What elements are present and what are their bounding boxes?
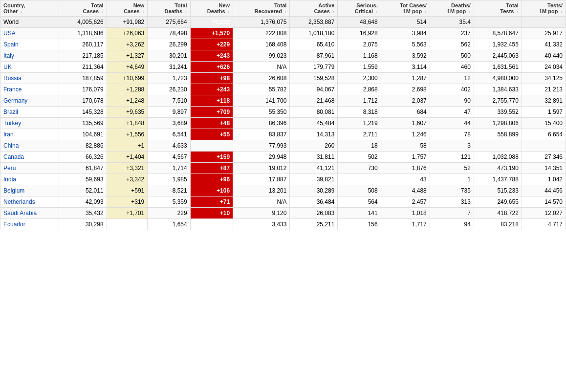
cell-activeCases: 179,779 xyxy=(290,62,338,73)
cell-activeCases: 39,821 xyxy=(290,174,338,185)
cell-country[interactable]: Belgium xyxy=(0,185,59,196)
sort-icon: ↕ xyxy=(284,9,287,14)
table-row: Turkey135,569+1,8483,689+4886,39645,4841… xyxy=(0,118,566,129)
cell-totCasesPer1M: 4,488 xyxy=(381,185,430,196)
cell-totalDeaths: 1,723 xyxy=(148,73,190,84)
country-link[interactable]: Peru xyxy=(3,165,16,172)
column-header-serious[interactable]: Serious,Critical ↕ xyxy=(338,0,381,17)
cell-newDeaths: +243 xyxy=(190,84,233,95)
column-header-totalCases[interactable]: TotalCases ↓ xyxy=(59,0,107,17)
cell-country[interactable]: Netherlands xyxy=(0,196,59,208)
cell-totalDeaths: 31,241 xyxy=(148,62,190,73)
cell-totalCases: 135,569 xyxy=(59,118,107,129)
country-link[interactable]: Saudi Arabia xyxy=(3,210,37,217)
cell-totalTests: 2,445,063 xyxy=(474,50,522,62)
world-newCases: +91,982 xyxy=(107,17,148,28)
cell-testsPer1M: 25,917 xyxy=(522,28,566,39)
table-body: World4,005,626+91,982275,664+5,2381,376,… xyxy=(0,17,566,230)
world-deathsPer1M: 35.4 xyxy=(430,17,474,28)
cell-newDeaths xyxy=(190,140,233,152)
column-header-newCases[interactable]: NewCases ↕ xyxy=(107,0,148,17)
country-link[interactable]: Germany xyxy=(3,97,27,104)
country-link[interactable]: Brazil xyxy=(3,109,18,115)
column-header-activeCases[interactable]: ActiveCases ↕ xyxy=(290,0,338,17)
cell-country[interactable]: Spain xyxy=(0,39,59,50)
cell-country[interactable]: China xyxy=(0,140,59,152)
column-header-totCasesPer1M[interactable]: Tot Cases/1M pop ↕ xyxy=(381,0,430,17)
cell-serious: 8,318 xyxy=(338,107,381,118)
column-header-newDeaths[interactable]: NewDeaths ↕ xyxy=(190,0,233,17)
cell-country[interactable]: Brazil xyxy=(0,107,59,118)
country-link[interactable]: India xyxy=(3,176,16,183)
cell-country[interactable]: Turkey xyxy=(0,118,59,129)
country-link[interactable]: Spain xyxy=(3,41,19,48)
cell-newCases xyxy=(107,219,148,230)
cell-serious: 730 xyxy=(338,163,381,174)
cell-testsPer1M: 32,891 xyxy=(522,95,566,107)
cell-totalRecovered: 141,700 xyxy=(233,95,290,107)
cell-testsPer1M: 6,654 xyxy=(522,129,566,140)
cell-totalDeaths: 3,689 xyxy=(148,118,190,129)
cell-serious: 2,711 xyxy=(338,129,381,140)
country-link[interactable]: USA xyxy=(3,30,16,37)
country-link[interactable]: Iran xyxy=(3,131,14,138)
cell-activeCases: 65,410 xyxy=(290,39,338,50)
sort-icon: ↕ xyxy=(20,9,22,14)
cell-newDeaths: +48 xyxy=(190,118,233,129)
column-header-totalTests[interactable]: TotalTests ↕ xyxy=(474,0,522,17)
cell-deathsPer1M: 402 xyxy=(430,84,474,95)
cell-totalTests: 1,437,788 xyxy=(474,174,522,185)
cell-country[interactable]: Saudi Arabia xyxy=(0,208,59,219)
country-link[interactable]: France xyxy=(3,86,22,93)
cell-totCasesPer1M: 1,287 xyxy=(381,73,430,84)
cell-totalTests: 558,899 xyxy=(474,129,522,140)
country-link[interactable]: UK xyxy=(3,64,12,70)
cell-country[interactable]: India xyxy=(0,174,59,185)
cell-country[interactable]: Italy xyxy=(0,50,59,62)
cell-country[interactable]: UK xyxy=(0,62,59,73)
cell-serious: 1,559 xyxy=(338,62,381,73)
cell-totalRecovered: 168,408 xyxy=(233,39,290,50)
cell-newCases: +319 xyxy=(107,196,148,208)
cell-newDeaths: +87 xyxy=(190,163,233,174)
table-row: Peru61,847+3,3211,714+8719,01241,1217301… xyxy=(0,163,566,174)
cell-totalDeaths: 1,714 xyxy=(148,163,190,174)
column-header-deathsPer1M[interactable]: Deaths/1M pop ↕ xyxy=(430,0,474,17)
cell-country[interactable]: Canada xyxy=(0,152,59,163)
cell-country[interactable]: Iran xyxy=(0,129,59,140)
cell-totalCases: 61,847 xyxy=(59,163,107,174)
cell-country[interactable]: Peru xyxy=(0,163,59,174)
cell-newDeaths: +1,570 xyxy=(190,28,233,39)
cell-newCases: +3,262 xyxy=(107,39,148,50)
country-link[interactable]: Netherlands xyxy=(3,198,35,205)
cell-newCases: +1,701 xyxy=(107,208,148,219)
country-link[interactable]: Ecuador xyxy=(3,221,25,228)
cell-totalTests xyxy=(474,140,522,152)
cell-newDeaths: +106 xyxy=(190,185,233,196)
country-link[interactable]: Belgium xyxy=(3,187,24,194)
country-link[interactable]: Italy xyxy=(3,52,14,59)
column-header-country[interactable]: Country,Other ↕ xyxy=(0,0,59,17)
cell-country[interactable]: Ecuador xyxy=(0,219,59,230)
cell-serious: 508 xyxy=(338,185,381,196)
cell-country[interactable]: USA xyxy=(0,28,59,39)
cell-country[interactable]: Germany xyxy=(0,95,59,107)
cell-totalDeaths: 30,201 xyxy=(148,50,190,62)
cell-deathsPer1M: 121 xyxy=(430,152,474,163)
country-link[interactable]: Turkey xyxy=(3,120,21,127)
cell-country[interactable]: France xyxy=(0,84,59,95)
cell-testsPer1M: 1,042 xyxy=(522,174,566,185)
country-link[interactable]: China xyxy=(3,142,19,149)
cell-newDeaths: +159 xyxy=(190,152,233,163)
cell-country[interactable]: Russia xyxy=(0,73,59,84)
cell-totalRecovered: 99,023 xyxy=(233,50,290,62)
column-header-totalRecovered[interactable]: TotalRecovered ↕ xyxy=(233,0,290,17)
cell-totalRecovered: 9,120 xyxy=(233,208,290,219)
world-row: World4,005,626+91,982275,664+5,2381,376,… xyxy=(0,17,566,28)
cell-serious: 2,300 xyxy=(338,73,381,84)
country-link[interactable]: Canada xyxy=(3,153,24,160)
column-header-totalDeaths[interactable]: TotalDeaths ↕ xyxy=(148,0,190,17)
country-link[interactable]: Russia xyxy=(3,75,22,82)
cell-activeCases: 25,211 xyxy=(290,219,338,230)
column-header-testsPer1M[interactable]: Tests/1M pop ↕ xyxy=(522,0,566,17)
